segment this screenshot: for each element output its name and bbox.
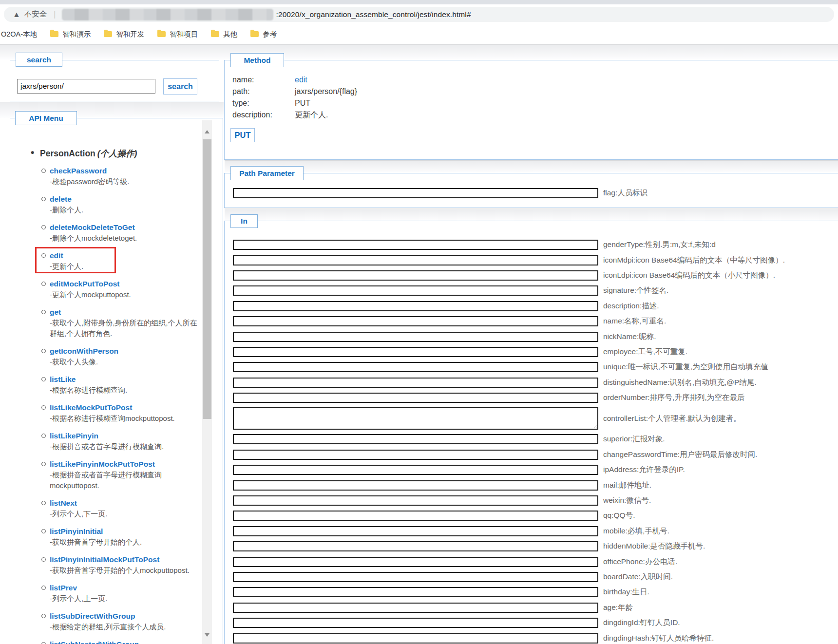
- browser-top-strip: [0, 0, 838, 4]
- api-method-link[interactable]: delete: [50, 193, 201, 205]
- api-menu-item: listLikePinyin -根据拼音或者首字母进行模糊查询.: [50, 430, 201, 452]
- in-field-label: description:描述.: [603, 301, 659, 311]
- api-method-link[interactable]: editMockPutToPost: [50, 278, 201, 289]
- in-field-label: unique:唯一标识,不可重复,为空则使用自动填充值: [603, 362, 768, 372]
- jest-api-test-page: { "browser": { "security_warning": "不安全"…: [0, 0, 838, 644]
- scrollbar-up-arrow-icon[interactable]: [202, 120, 212, 138]
- in-field-row: name:名称,可重名.: [233, 314, 832, 329]
- in-field-input[interactable]: [233, 240, 598, 250]
- bookmark-label: O2OA-本地: [1, 30, 37, 39]
- bookmark-item[interactable]: O2OA-本地: [1, 30, 37, 39]
- in-field-input[interactable]: [233, 480, 598, 491]
- in-field-input[interactable]: [233, 316, 598, 326]
- api-method-link[interactable]: listLikePinyin: [50, 430, 201, 441]
- address-bar[interactable]: ▲ 不安全 | :20020/x_organization_assemble_c…: [4, 7, 834, 22]
- in-field-input[interactable]: [233, 603, 598, 613]
- in-field-input[interactable]: [233, 465, 598, 475]
- in-field-textarea[interactable]: [233, 407, 598, 430]
- in-field-input[interactable]: [233, 572, 598, 582]
- in-field-row: changePasswordTime:用户密码最后修改时间.: [233, 447, 832, 462]
- in-field-input[interactable]: [233, 450, 598, 460]
- in-field-input[interactable]: [233, 378, 598, 388]
- api-menu: PersonAction(个人操作) checkPassword -校验pass…: [40, 148, 201, 644]
- bookmark-item[interactable]: 智和项目: [157, 30, 198, 39]
- bookmark-label: 智和项目: [170, 30, 198, 39]
- in-field-input[interactable]: [233, 618, 598, 628]
- api-method-link[interactable]: listNext: [50, 497, 201, 509]
- in-field-input[interactable]: [233, 557, 598, 567]
- in-field-input[interactable]: [233, 495, 598, 506]
- bookmarks-bar: O2OA-本地 智和演示 智和开发 智和项目 其他 参考: [0, 24, 838, 44]
- in-field-input[interactable]: [233, 434, 598, 444]
- method-info-row: path: jaxrs/person/{flag}: [232, 86, 357, 97]
- api-menu-legend: API Menu: [15, 111, 77, 125]
- in-field-label: age:年龄: [603, 603, 633, 613]
- api-method-description: -根据拼音或者首字母进行模糊查询.: [50, 441, 201, 452]
- in-field-label: officePhone:办公电话.: [603, 557, 677, 567]
- in-field-row: iconMdpi:icon Base64编码后的文本（中等尺寸图像）.: [233, 252, 832, 267]
- in-field-input[interactable]: [233, 526, 598, 536]
- group-title-text: PersonAction: [40, 149, 95, 158]
- api-method-link[interactable]: listLikeMockPutToPost: [50, 402, 201, 413]
- in-field-input[interactable]: [233, 301, 598, 311]
- api-method-link[interactable]: listSubDirectWithGroup: [50, 610, 201, 622]
- api-method-description: -删除个人.: [50, 205, 201, 215]
- in-field-label: signature:个性签名.: [603, 285, 668, 296]
- scrollbar-down-arrow-icon[interactable]: [202, 626, 212, 644]
- api-method-link[interactable]: edit: [50, 250, 201, 261]
- security-warning-label[interactable]: 不安全: [24, 9, 47, 19]
- in-field-input[interactable]: [233, 393, 598, 403]
- in-field-row: dingdingId:钉钉人员ID.: [233, 615, 832, 630]
- in-field-input[interactable]: [233, 362, 598, 372]
- bookmark-item[interactable]: 智和演示: [50, 30, 91, 39]
- in-field-input[interactable]: [233, 587, 598, 597]
- api-method-link[interactable]: listLikePinyinMockPutToPost: [50, 458, 201, 470]
- api-method-link[interactable]: get: [50, 306, 201, 318]
- in-field-row: qq:QQ号.: [233, 508, 832, 523]
- bookmark-folder-icon: [211, 31, 219, 37]
- api-menu-scrollbar[interactable]: [202, 120, 212, 644]
- bookmark-item[interactable]: 参考: [250, 30, 277, 39]
- bookmark-label: 其他: [223, 30, 237, 39]
- method-info-value: PUT: [295, 99, 310, 108]
- in-field-row: birthday:生日.: [233, 585, 832, 600]
- api-menu-item: delete -删除个人.: [50, 193, 201, 215]
- api-method-link[interactable]: listPinyinInitial: [50, 526, 201, 537]
- search-button[interactable]: search: [163, 78, 197, 95]
- api-method-description: -根据名称进行模糊查询mockputtopost.: [50, 413, 201, 424]
- in-field-input[interactable]: [233, 347, 598, 357]
- in-field-label: dingdingId:钉钉人员ID.: [603, 618, 680, 628]
- page-url[interactable]: :20020/x_organization_assemble_control/j…: [276, 10, 471, 19]
- section-gap-band: [225, 208, 838, 221]
- in-field-input[interactable]: [233, 285, 598, 296]
- api-method-description: -列示个人,上一页.: [50, 593, 201, 604]
- bookmark-label: 参考: [263, 30, 277, 39]
- api-method-description: -更新个人.: [50, 261, 201, 272]
- put-submit-button[interactable]: PUT: [230, 128, 255, 142]
- flag-input[interactable]: [233, 188, 598, 198]
- api-method-link[interactable]: listLike: [50, 374, 201, 385]
- method-info-row: description: 更新个人.: [232, 109, 357, 121]
- api-method-link[interactable]: listPinyinInitialMockPutToPost: [50, 554, 201, 565]
- api-method-link[interactable]: checkPassword: [50, 165, 201, 176]
- in-field-row: description:描述.: [233, 299, 832, 314]
- in-field-input[interactable]: [233, 541, 598, 551]
- security-warning-icon[interactable]: ▲: [13, 11, 20, 19]
- bookmark-item[interactable]: 其他: [211, 30, 237, 39]
- api-method-description: -获取个人,附带身份,身份所在的组织,个人所在群组,个人拥有角色.: [50, 318, 201, 339]
- api-menu-item: listPrev -列示个人,上一页.: [50, 582, 201, 604]
- in-field-input[interactable]: [233, 255, 598, 265]
- scrollbar-thumb[interactable]: [203, 139, 211, 419]
- in-field-row: mail:邮件地址.: [233, 477, 832, 492]
- api-method-link[interactable]: getIconWithPerson: [50, 345, 201, 357]
- api-method-link[interactable]: deleteMockDeleteToGet: [50, 222, 201, 233]
- in-field-input[interactable]: [233, 511, 598, 521]
- api-menu-item: listNext -列示个人,下一页.: [50, 497, 201, 519]
- bookmark-item[interactable]: 智和开发: [104, 30, 144, 39]
- in-field-input[interactable]: [233, 332, 598, 342]
- in-field-input[interactable]: [233, 633, 598, 644]
- api-method-link[interactable]: listSubNestedWithGroup: [50, 639, 201, 644]
- in-field-input[interactable]: [233, 270, 598, 281]
- search-input[interactable]: [17, 79, 155, 94]
- api-method-link[interactable]: listPrev: [50, 582, 201, 593]
